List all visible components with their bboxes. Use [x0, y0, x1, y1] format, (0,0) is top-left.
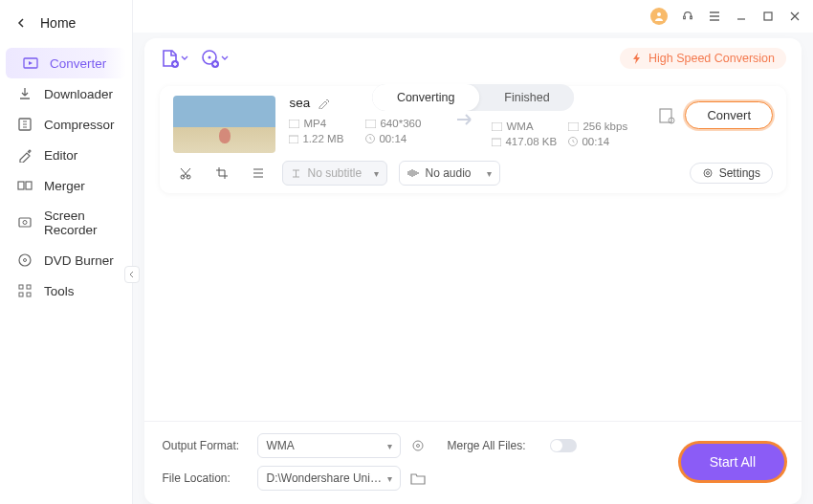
add-disc-icon: [200, 48, 221, 69]
support-icon[interactable]: [681, 10, 694, 23]
svg-point-6: [19, 254, 31, 266]
sidebar-item-editor[interactable]: Editor: [0, 140, 132, 170]
svg-rect-8: [19, 285, 23, 289]
sidebar-label: Downloader: [44, 87, 113, 101]
footer: Output Format: WMA ▾ Merge All Files: St…: [144, 421, 802, 504]
add-file-icon: [160, 48, 181, 69]
add-dvd-button[interactable]: [200, 48, 229, 69]
output-format-label: Output Format:: [162, 439, 250, 452]
start-all-button[interactable]: Start All: [681, 444, 784, 480]
sidebar: Home Converter Downloader Compressor Edi…: [0, 0, 133, 504]
sidebar-item-tools[interactable]: Tools: [0, 275, 132, 306]
edit-name-button[interactable]: [318, 97, 330, 109]
svg-rect-20: [289, 136, 298, 143]
svg-point-7: [24, 259, 27, 262]
more-button[interactable]: [246, 163, 271, 184]
chevron-down-icon: ▾: [387, 473, 392, 484]
sidebar-label: Tools: [44, 284, 75, 298]
tools-icon: [17, 283, 33, 298]
output-format-select[interactable]: WMA ▾: [257, 433, 401, 458]
high-speed-toggle[interactable]: High Speed Conversion: [620, 48, 786, 69]
home-label: Home: [40, 15, 76, 31]
svg-point-33: [417, 445, 420, 448]
svg-rect-18: [289, 120, 299, 128]
crop-button[interactable]: [209, 163, 234, 184]
user-avatar[interactable]: [650, 8, 668, 25]
format-settings-button[interactable]: [410, 438, 439, 453]
chevron-down-icon: [221, 55, 229, 61]
sidebar-item-converter[interactable]: Converter: [6, 48, 126, 78]
minimize-button[interactable]: [735, 10, 748, 23]
svg-rect-13: [764, 12, 772, 20]
file-name: sea: [289, 96, 310, 110]
file-location-select[interactable]: D:\Wondershare UniConverter 1 ▾: [257, 466, 401, 491]
svg-rect-4: [19, 218, 31, 227]
svg-point-5: [23, 221, 27, 225]
sidebar-item-screen-recorder[interactable]: Screen Recorder: [0, 201, 132, 245]
lightning-icon: [631, 53, 643, 64]
svg-point-31: [706, 172, 709, 175]
svg-point-32: [413, 441, 423, 450]
svg-rect-11: [27, 293, 31, 296]
tab-switcher: Converting Finished: [372, 84, 575, 111]
video-thumbnail[interactable]: [173, 96, 275, 153]
arrow-icon: [455, 113, 478, 126]
svg-rect-23: [568, 122, 579, 131]
sidebar-label: Converter: [50, 56, 106, 71]
converter-icon: [23, 55, 38, 71]
settings-button[interactable]: Settings: [690, 163, 773, 184]
svg-point-12: [657, 12, 661, 16]
svg-rect-2: [18, 182, 24, 189]
sidebar-label: Compressor: [44, 118, 115, 132]
dvd-icon: [17, 252, 33, 268]
downloader-icon: [17, 86, 33, 101]
subtitle-select[interactable]: No subtitle ▾: [282, 161, 387, 186]
menu-icon[interactable]: [708, 10, 721, 23]
merge-label: Merge All Files:: [447, 439, 542, 452]
sidebar-label: Editor: [44, 148, 77, 163]
chevron-down-icon: ▾: [374, 168, 379, 179]
dst-size: 417.08 KB: [492, 136, 559, 147]
add-file-button[interactable]: [160, 48, 188, 69]
home-nav[interactable]: Home: [0, 6, 132, 40]
svg-rect-10: [19, 293, 23, 296]
audio-icon: [407, 168, 419, 178]
audio-select[interactable]: No audio ▾: [399, 161, 500, 186]
convert-button[interactable]: Convert: [685, 101, 773, 129]
titlebar: [133, 0, 813, 33]
compressor-icon: [17, 117, 33, 132]
close-button[interactable]: [788, 10, 802, 23]
src-size: 1.22 MB: [289, 133, 356, 144]
src-duration: 00:14: [365, 133, 442, 144]
dst-bitrate: 256 kbps: [568, 121, 645, 132]
tab-converting[interactable]: Converting: [372, 84, 479, 111]
chevron-down-icon: ▾: [387, 441, 392, 451]
gear-icon: [702, 167, 714, 179]
maximize-button[interactable]: [761, 10, 775, 23]
svg-rect-26: [660, 109, 671, 122]
tab-finished[interactable]: Finished: [479, 84, 574, 111]
src-resolution: 640*360: [365, 118, 442, 129]
output-settings-button[interactable]: [658, 107, 675, 124]
chevron-down-icon: ▾: [487, 168, 492, 179]
sidebar-label: Screen Recorder: [44, 208, 115, 237]
subtitle-icon: [291, 168, 301, 179]
svg-rect-19: [365, 120, 376, 128]
sidebar-item-merger[interactable]: Merger: [0, 170, 132, 201]
svg-rect-9: [27, 285, 31, 289]
open-folder-button[interactable]: [410, 471, 439, 485]
merge-toggle[interactable]: [550, 439, 577, 452]
chevron-down-icon: [181, 55, 188, 61]
dst-duration: 00:14: [568, 136, 645, 147]
sidebar-collapse-button[interactable]: [124, 266, 140, 283]
svg-rect-3: [26, 182, 32, 189]
back-icon: [17, 18, 27, 28]
sidebar-label: Merger: [44, 179, 85, 193]
sidebar-label: DVD Burner: [44, 253, 114, 268]
svg-point-16: [209, 56, 211, 59]
sidebar-item-dvd-burner[interactable]: DVD Burner: [0, 245, 132, 275]
trim-button[interactable]: [173, 163, 198, 184]
sidebar-item-compressor[interactable]: Compressor: [0, 109, 132, 140]
sidebar-item-downloader[interactable]: Downloader: [0, 78, 132, 109]
merger-icon: [17, 178, 33, 193]
